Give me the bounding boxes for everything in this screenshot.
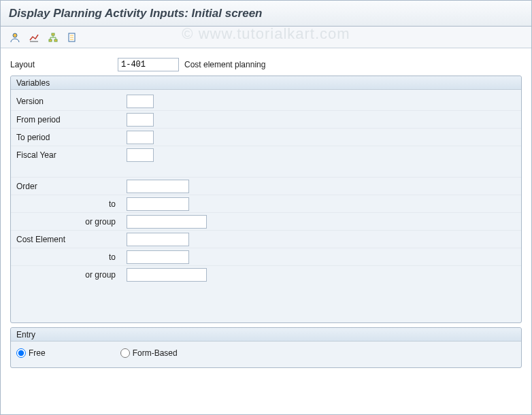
entry-body: Free Form-Based	[11, 342, 521, 367]
title-bar: Display Planning Activity Inputs: Initia…	[1, 1, 531, 27]
row-cost-element: Cost Element	[11, 230, 521, 248]
order-label: Order	[11, 182, 127, 191]
entry-header: Entry	[11, 328, 521, 342]
version-input[interactable]	[127, 95, 154, 108]
entry-form-radio[interactable]	[120, 348, 130, 358]
fiscal-year-input[interactable]	[127, 148, 154, 162]
entry-free-label: Free	[29, 348, 46, 358]
cost-element-label: Cost Element	[11, 235, 127, 244]
cost-element-to-input[interactable]	[127, 250, 189, 264]
graph-icon[interactable]	[27, 30, 41, 45]
variables-panel: Variables Version From period To period …	[10, 76, 522, 323]
to-period-label: To period	[11, 133, 127, 142]
layout-desc: Cost element planning	[184, 60, 265, 69]
version-label: Version	[11, 97, 127, 106]
row-order-group: or group	[11, 212, 521, 230]
svg-point-0	[13, 33, 17, 37]
variables-header: Variables	[11, 76, 521, 90]
svg-rect-2	[49, 39, 52, 42]
cost-element-group-input[interactable]	[127, 268, 207, 282]
app-window: Display Planning Activity Inputs: Initia…	[0, 0, 532, 415]
entry-free-option[interactable]: Free	[16, 348, 46, 358]
order-to-label: to	[11, 199, 127, 209]
row-cost-element-group: or group	[11, 265, 521, 283]
order-input[interactable]	[127, 180, 189, 193]
order-group-input[interactable]	[127, 215, 207, 229]
toolbar	[1, 27, 531, 48]
entry-free-radio[interactable]	[16, 348, 26, 358]
row-version: Version	[11, 93, 521, 110]
row-order: Order	[11, 177, 521, 195]
from-period-input[interactable]	[127, 113, 154, 127]
row-to-period: To period	[11, 128, 521, 146]
svg-rect-1	[52, 33, 54, 35]
person-icon[interactable]	[7, 30, 22, 45]
fiscal-year-label: Fiscal Year	[11, 150, 127, 160]
row-order-to: to	[11, 195, 521, 212]
doc-icon[interactable]	[65, 30, 80, 45]
to-period-input[interactable]	[127, 131, 154, 144]
entry-form-option[interactable]: Form-Based	[120, 348, 178, 358]
variables-body: Version From period To period Fiscal Yea…	[11, 90, 521, 322]
cost-element-input[interactable]	[127, 233, 189, 246]
page-title: Display Planning Activity Inputs: Initia…	[9, 7, 263, 20]
cost-element-to-label: to	[11, 252, 127, 262]
layout-input[interactable]	[118, 58, 179, 71]
row-fiscal-year: Fiscal Year	[11, 146, 521, 163]
order-group-label: or group	[11, 217, 127, 227]
layout-label: Layout	[10, 60, 118, 69]
content-area: Layout Cost element planning Variables V…	[1, 48, 531, 375]
row-from-period: From period	[11, 110, 521, 128]
cost-element-group-label: or group	[11, 270, 127, 280]
entry-panel: Entry Free Form-Based	[10, 327, 522, 368]
entry-form-label: Form-Based	[133, 348, 178, 358]
svg-rect-3	[54, 39, 57, 42]
row-cost-element-to: to	[11, 248, 521, 265]
from-period-label: From period	[11, 115, 127, 124]
layout-row: Layout Cost element planning	[10, 58, 522, 71]
order-to-input[interactable]	[127, 197, 189, 211]
hierarchy-icon[interactable]	[46, 30, 61, 45]
